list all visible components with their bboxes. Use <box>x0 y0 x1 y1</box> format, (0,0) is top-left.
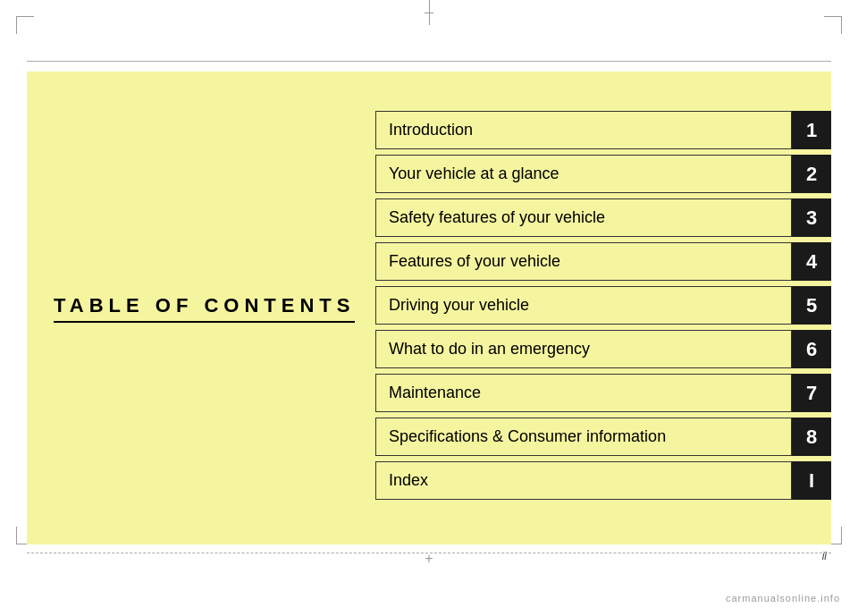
toc-entries-panel: Introduction1Your vehicle at a glance2Sa… <box>375 72 831 544</box>
toc-entry[interactable]: Maintenance7 <box>375 374 831 412</box>
toc-label-4: Features of your vehicle <box>375 242 792 281</box>
page-number: ii <box>822 550 827 562</box>
toc-number-1: 1 <box>792 111 831 149</box>
crosshair-bottom <box>425 551 433 567</box>
toc-number-4: 4 <box>792 242 831 281</box>
crosshair-top <box>425 0 433 13</box>
toc-number-6: 6 <box>792 330 831 368</box>
toc-entry[interactable]: Features of your vehicle4 <box>375 242 831 281</box>
toc-number-7: 7 <box>792 374 831 412</box>
toc-number-2: 2 <box>792 155 831 193</box>
toc-label-3: Safety features of your vehicle <box>375 198 792 237</box>
toc-number-5: 5 <box>792 286 831 325</box>
toc-entry[interactable]: Your vehicle at a glance2 <box>375 155 831 193</box>
toc-label-7: Maintenance <box>375 374 792 412</box>
toc-label-8: Specifications & Consumer information <box>375 418 792 456</box>
toc-entry[interactable]: IndexI <box>375 461 831 500</box>
toc-label-5: Driving your vehicle <box>375 286 792 325</box>
toc-label-2: Your vehicle at a glance <box>375 155 792 193</box>
toc-number-9: I <box>792 461 831 500</box>
toc-number-8: 8 <box>792 418 831 456</box>
toc-label-1: Introduction <box>375 111 792 149</box>
toc-label-6: What to do in an emergency <box>375 330 792 368</box>
toc-number-3: 3 <box>792 198 831 237</box>
toc-label-9: Index <box>375 461 792 500</box>
watermark: carmanualsonline.info <box>726 593 840 603</box>
corner-mark-tl <box>16 16 34 34</box>
toc-entry[interactable]: What to do in an emergency6 <box>375 330 831 368</box>
left-panel: TABLE OF CONTENTS <box>27 72 375 544</box>
toc-title: TABLE OF CONTENTS <box>54 294 355 323</box>
toc-entry[interactable]: Introduction1 <box>375 111 831 149</box>
corner-mark-tr <box>824 16 842 34</box>
toc-entry[interactable]: Safety features of your vehicle3 <box>375 198 831 237</box>
toc-entry[interactable]: Specifications & Consumer information8 <box>375 418 831 456</box>
toc-entry[interactable]: Driving your vehicle5 <box>375 286 831 325</box>
top-rule <box>27 61 831 62</box>
